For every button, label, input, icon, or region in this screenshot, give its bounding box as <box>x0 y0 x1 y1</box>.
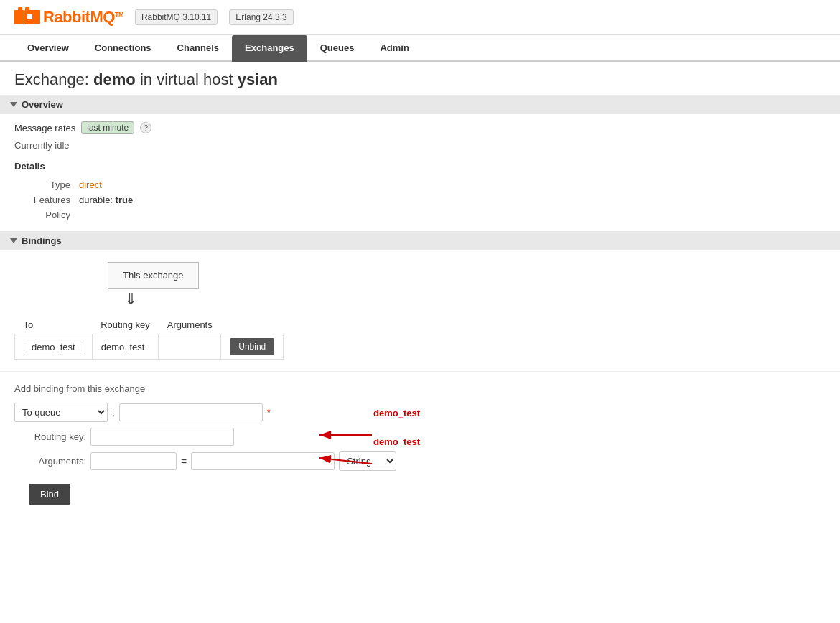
bind-button-row: Bind <box>14 478 826 505</box>
add-binding-section: Add binding from this exchange demo_test… <box>0 371 840 519</box>
routing-key-input[interactable] <box>90 428 234 446</box>
details-label: Details <box>14 156 826 177</box>
this-exchange-box: This exchange <box>14 262 826 289</box>
nav-exchanges[interactable]: Exchanges <box>232 35 307 62</box>
this-exchange-label: This exchange <box>108 262 199 289</box>
required-star: * <box>267 407 271 418</box>
exchange-name: demo <box>93 70 136 88</box>
features-label: Features <box>14 195 79 205</box>
rabbitmq-version-badge: RabbitMQ 3.10.11 <box>135 9 218 25</box>
message-rates-label: Message rates <box>14 123 75 134</box>
nav-connections[interactable]: Connections <box>82 35 164 62</box>
logo-text: RabbitMQTM <box>43 8 123 27</box>
features-value: durable: true <box>79 195 133 205</box>
logo-mq: MQ <box>90 8 114 26</box>
binding-action-cell: Unbind <box>221 334 284 360</box>
arguments-key-input[interactable] <box>90 452 177 470</box>
arguments-value-input[interactable] <box>191 452 335 470</box>
page-title: Exchange: demo in virtual host ysian <box>0 62 840 95</box>
to-queue-input[interactable] <box>119 403 263 421</box>
binding-arguments-cell <box>159 334 221 360</box>
col-arguments: Arguments <box>159 316 221 334</box>
idle-status: Currently idle <box>14 137 826 156</box>
col-actions <box>221 316 284 334</box>
details-table: Type direct Features durable: true Polic… <box>14 177 826 231</box>
binding-to-cell: demo_test <box>15 334 93 360</box>
bindings-section-label: Bindings <box>22 235 62 246</box>
add-binding-title: Add binding from this exchange <box>14 383 826 394</box>
nav-queues[interactable]: Queues <box>307 35 368 62</box>
logo-rabbit: Rabbit <box>43 8 90 26</box>
nav-bar: Overview Connections Channels Exchanges … <box>0 35 840 62</box>
bindings-collapse-icon <box>10 238 17 243</box>
nav-overview[interactable]: Overview <box>14 35 82 62</box>
rabbitmq-logo-icon <box>14 7 40 27</box>
col-routing-key: Routing key <box>92 316 159 334</box>
table-row: demo_test demo_test Unbind <box>15 334 284 360</box>
bindings-table: To Routing key Arguments demo_test demo_… <box>14 316 284 360</box>
equals-sign: = <box>181 456 187 467</box>
title-middle: in virtual host <box>140 70 233 88</box>
nav-channels[interactable]: Channels <box>164 35 233 62</box>
rate-period-badge[interactable]: last minute <box>81 121 134 134</box>
nav-admin[interactable]: Admin <box>367 35 421 62</box>
arguments-row: Arguments: = String Number Boolean <box>14 451 826 471</box>
erlang-version-badge: Erlang 24.3.3 <box>229 9 293 25</box>
vhost-name: ysian <box>238 70 278 88</box>
top-header: RabbitMQTM RabbitMQ 3.10.11 Erlang 24.3.… <box>0 0 840 35</box>
overview-collapse-icon <box>10 102 17 107</box>
bind-button[interactable]: Bind <box>29 484 70 505</box>
to-queue-row: To queue To exchange : * <box>14 403 826 422</box>
col-to: To <box>15 316 93 334</box>
bindings-content: This exchange ⇓ To Routing key Arguments… <box>0 250 840 371</box>
routing-key-row: Routing key: <box>14 428 826 446</box>
logo-area: RabbitMQTM <box>14 7 123 27</box>
features-row: Features durable: true <box>14 192 826 207</box>
bindings-arrow: ⇓ <box>124 289 826 310</box>
policy-row: Policy <box>14 207 826 222</box>
binding-routing-key-cell: demo_test <box>92 334 159 360</box>
arguments-label: Arguments: <box>14 456 86 467</box>
svg-rect-4 <box>27 14 32 19</box>
title-prefix: Exchange: <box>14 70 89 88</box>
type-row: Type direct <box>14 177 826 192</box>
arguments-type-select[interactable]: String Number Boolean <box>339 451 396 471</box>
message-rates-row: Message rates last minute ? <box>14 114 826 137</box>
type-value: direct <box>79 179 102 190</box>
bindings-table-header-row: To Routing key Arguments <box>15 316 284 334</box>
routing-key-label: Routing key: <box>14 431 86 442</box>
colon-separator: : <box>112 407 115 418</box>
logo-tm: TM <box>115 11 123 18</box>
svg-rect-1 <box>18 7 22 14</box>
unbind-button[interactable]: Unbind <box>230 338 274 355</box>
features-key: durable: <box>79 195 113 205</box>
to-queue-select[interactable]: To queue To exchange <box>14 403 108 422</box>
overview-content: Message rates last minute ? Currently id… <box>0 114 840 231</box>
features-val: true <box>116 195 134 205</box>
overview-section-label: Overview <box>22 99 63 110</box>
type-label: Type <box>14 179 79 190</box>
help-badge[interactable]: ? <box>140 122 151 134</box>
bindings-section-header[interactable]: Bindings <box>0 231 840 250</box>
overview-section-header[interactable]: Overview <box>0 95 840 114</box>
policy-label: Policy <box>14 210 79 220</box>
queue-link[interactable]: demo_test <box>24 339 83 355</box>
